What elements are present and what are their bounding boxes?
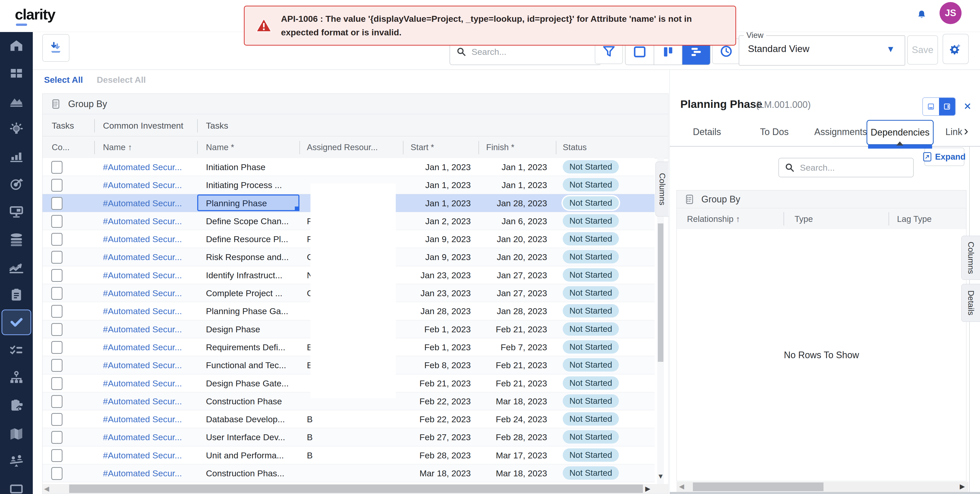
caret-down-icon[interactable]: ▼ — [886, 44, 895, 54]
cell-investment-link[interactable]: #Automated Secur... — [103, 469, 182, 478]
column-header-assigned[interactable]: Assigned Resour... — [307, 142, 378, 152]
tab-details[interactable]: Details — [693, 127, 721, 137]
cell-task[interactable]: Database Develop... — [206, 414, 285, 424]
panel-side-layout-button[interactable] — [939, 98, 955, 115]
sidebar-item-process[interactable] — [0, 392, 33, 419]
cell-investment-link[interactable]: #Automated Secur... — [103, 451, 182, 461]
scroll-right-arrow-icon[interactable]: ▶ — [960, 483, 965, 491]
cell-task[interactable]: Design Phase — [206, 324, 260, 335]
cell-start[interactable]: Feb 27, 2023 — [361, 432, 471, 442]
cell-investment-link[interactable]: #Automated Secur... — [103, 324, 182, 335]
sidebar-item-ideas[interactable] — [0, 115, 33, 142]
row-checkbox[interactable] — [51, 323, 62, 336]
sidebar-item-roadmap[interactable] — [0, 419, 33, 447]
sidebar-item-goals[interactable] — [0, 170, 33, 198]
row-checkbox[interactable] — [51, 359, 62, 372]
cell-task[interactable]: Unit and Performa... — [206, 451, 284, 461]
notifications-bell-icon[interactable] — [912, 5, 931, 24]
gear-icon[interactable] — [943, 34, 969, 64]
cell-start[interactable]: Mar 18, 2023 — [361, 469, 471, 478]
sidebar-item-tasks[interactable] — [0, 309, 33, 336]
sidebar-item-data[interactable] — [0, 225, 33, 253]
cell-investment-link[interactable]: #Automated Secur... — [103, 342, 182, 352]
sidebar-item-reports[interactable] — [0, 142, 33, 170]
cell-investment-link[interactable]: #Automated Secur... — [103, 432, 182, 442]
scrollbar-thumb[interactable] — [693, 483, 824, 491]
cell-task[interactable]: Initiation Phase — [206, 162, 266, 172]
cell-investment-link[interactable]: #Automated Secur... — [103, 198, 182, 208]
cell-finish[interactable]: Feb 21, 2023 — [479, 378, 547, 389]
cell-finish[interactable]: Feb 21, 2023 — [479, 360, 547, 370]
panel-bottom-layout-button[interactable] — [923, 98, 939, 115]
cell-start[interactable]: Feb 22, 2023 — [361, 414, 471, 424]
cell-task[interactable]: Construction Phas... — [206, 469, 284, 478]
cell-resource[interactable]: B — [307, 414, 313, 424]
cell-finish[interactable]: Mar 18, 2023 — [479, 469, 547, 478]
sidebar-item-screen-partial[interactable] — [0, 475, 33, 494]
cell-investment-link[interactable]: #Automated Secur... — [103, 180, 182, 190]
tab-assignments[interactable]: Assignments — [814, 127, 867, 137]
sidebar-item-hierarchy[interactable] — [0, 364, 33, 392]
cell-investment-link[interactable]: #Automated Secur... — [103, 270, 182, 280]
fill-handle[interactable] — [295, 207, 299, 211]
row-checkbox[interactable] — [51, 269, 62, 282]
cell-task[interactable]: User Interface Dev... — [206, 432, 285, 442]
cell-finish[interactable]: Mar 17, 2023 — [479, 451, 547, 461]
cell-finish[interactable]: Jan 27, 2023 — [479, 288, 547, 298]
column-header-name-task[interactable]: Name * — [206, 142, 234, 152]
row-checkbox[interactable] — [51, 161, 62, 174]
cell-investment-link[interactable]: #Automated Secur... — [103, 414, 182, 424]
cell-finish[interactable]: Feb 7, 2023 — [479, 342, 547, 352]
cell-finish[interactable]: Jan 28, 2023 — [479, 306, 547, 316]
row-checkbox[interactable] — [51, 413, 62, 426]
column-header-relationship[interactable]: Relationship ↑ — [687, 214, 740, 224]
expand-toggle[interactable]: Expand — [924, 148, 964, 166]
group-by-bar[interactable]: Group By — [43, 94, 668, 114]
deselect-all-link[interactable]: Deselect All — [97, 75, 146, 86]
view-select[interactable]: View Standard View ▼ — [739, 35, 905, 65]
details-side-tab[interactable]: Details — [961, 284, 980, 322]
search-input[interactable] — [471, 47, 595, 57]
cell-investment-link[interactable]: #Automated Secur... — [103, 234, 182, 244]
sidebar-item-monitor[interactable] — [0, 198, 33, 225]
scroll-down-arrow-icon[interactable]: ▼ — [656, 472, 665, 480]
group-by-bar[interactable]: Group By — [677, 190, 966, 208]
sidebar-item-dashboard[interactable] — [0, 59, 33, 87]
cell-finish[interactable]: Jan 27, 2023 — [479, 270, 547, 280]
horizontal-scrollbar[interactable]: ◀ ▶ — [43, 484, 668, 494]
sidebar-item-portfolio[interactable] — [0, 87, 33, 115]
row-checkbox[interactable] — [51, 197, 62, 210]
sidebar-item-board-report[interactable] — [0, 281, 33, 309]
cell-task[interactable]: Functional and Tec... — [206, 360, 286, 370]
cell-task[interactable]: Construction Phase — [206, 396, 282, 406]
cell-task[interactable]: Planning Phase Ga... — [206, 306, 288, 316]
scrollbar-thumb[interactable] — [658, 223, 663, 362]
row-checkbox[interactable] — [51, 233, 62, 246]
row-checkbox[interactable] — [51, 431, 62, 444]
dependencies-search-input[interactable] — [799, 163, 907, 173]
cell-finish[interactable]: Jan 1, 2023 — [479, 162, 547, 172]
save-button[interactable]: Save — [907, 35, 938, 65]
close-icon[interactable] — [960, 99, 975, 114]
cell-finish[interactable]: Jan 6, 2023 — [479, 216, 547, 226]
row-checkbox[interactable] — [51, 341, 62, 354]
cell-finish[interactable]: Jan 20, 2023 — [479, 234, 547, 244]
row-checkbox[interactable] — [51, 305, 62, 318]
cell-task[interactable]: Initiating Process ... — [206, 180, 282, 190]
cell-investment-link[interactable]: #Automated Secur... — [103, 360, 182, 370]
cell-finish[interactable]: Jan 28, 2023 — [479, 198, 547, 208]
row-checkbox[interactable] — [51, 179, 62, 192]
cell-task[interactable]: Identify Infrastruct... — [206, 270, 283, 280]
cell-finish[interactable]: Jan 20, 2023 — [479, 252, 547, 262]
cell-investment-link[interactable]: #Automated Secur... — [103, 216, 182, 226]
cell-task[interactable]: Define Scope Chan... — [206, 216, 289, 226]
scrollbar-thumb[interactable] — [69, 484, 643, 493]
cell-finish[interactable]: Jan 1, 2023 — [479, 180, 547, 190]
cell-task[interactable]: Complete Project ... — [206, 288, 283, 298]
row-checkbox[interactable] — [51, 449, 62, 462]
cell-start[interactable]: Feb 28, 2023 — [361, 451, 471, 461]
row-checkbox[interactable] — [51, 287, 62, 300]
column-header-start[interactable]: Start * — [410, 142, 434, 152]
columns-side-tab[interactable]: Columns — [961, 236, 980, 280]
horizontal-scrollbar[interactable]: ◀ ▶ — [676, 482, 969, 492]
